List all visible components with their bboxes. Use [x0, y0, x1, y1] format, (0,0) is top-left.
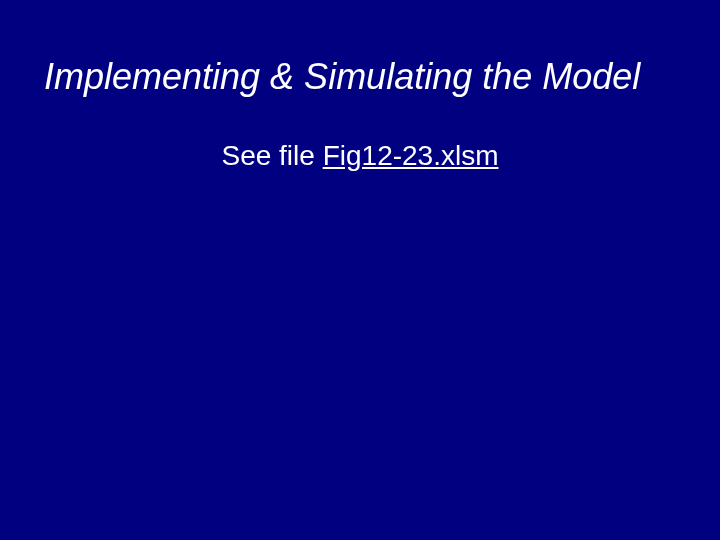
slide-title: Implementing & Simulating the Model	[44, 56, 676, 98]
subtitle-line: See file Fig12-23.xlsm	[0, 140, 720, 172]
slide: Implementing & Simulating the Model See …	[0, 0, 720, 540]
subtitle-prefix: See file	[221, 140, 322, 171]
file-link[interactable]: Fig12-23.xlsm	[323, 140, 499, 171]
